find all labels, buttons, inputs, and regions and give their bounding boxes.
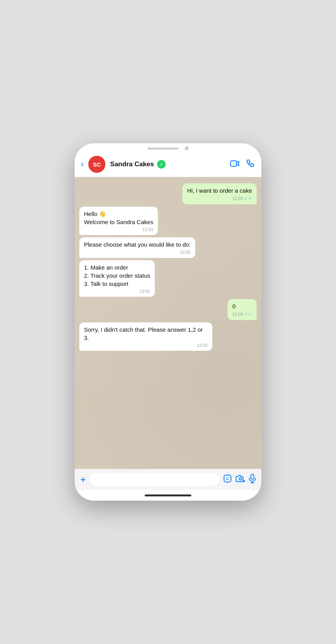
message-bubble-received: Hello 👋Welcome to Sandra Cakes 12:01: [79, 207, 158, 235]
message-text: Hi, I want to order a cake: [187, 186, 252, 195]
message-row: Hello 👋Welcome to Sandra Cakes 12:01: [79, 207, 257, 235]
camera-icon[interactable]: [236, 475, 245, 485]
voice-call-icon[interactable]: [247, 159, 255, 170]
message-time: 12:01: [232, 196, 243, 202]
message-input[interactable]: [90, 473, 219, 486]
message-bubble-sent: 0 12:02 ✓✓: [228, 299, 257, 320]
svg-rect-0: [231, 161, 236, 166]
message-input-bar: +: [75, 469, 261, 490]
message-time: 12:02: [232, 312, 243, 317]
message-ticks: ✓✓: [244, 195, 252, 202]
home-indicator: [75, 490, 261, 501]
header-actions: [230, 159, 255, 170]
message-bubble-received: 1. Make an order2. Track your order stat…: [79, 260, 155, 297]
attach-button[interactable]: +: [80, 473, 86, 486]
message-time: 12:01: [143, 227, 154, 233]
message-text: 1. Make an order2. Track your order stat…: [84, 263, 150, 288]
video-call-icon[interactable]: [230, 160, 240, 169]
message-bubble-received: Please choose what you would like to do:…: [79, 237, 195, 258]
svg-rect-5: [251, 474, 254, 479]
message-bubble-received: Sorry, I didn't catch that. Please answe…: [79, 322, 212, 351]
contact-info: Sandra Cakes ✓: [110, 160, 226, 169]
contact-avatar: SC: [88, 156, 105, 173]
message-bubble-sent: Hi, I want to order a cake 12:01 ✓✓: [182, 183, 257, 204]
notch-dot: [185, 146, 189, 150]
message-row: Please choose what you would like to do:…: [79, 237, 257, 258]
message-ticks: ✓✓: [244, 311, 252, 318]
message-text: Hello 👋Welcome to Sandra Cakes: [84, 210, 153, 226]
phone-frame: ‹ SC Sandra Cakes ✓: [75, 143, 261, 501]
message-text: Please choose what you would like to do:: [84, 240, 191, 249]
message-row: 0 12:02 ✓✓: [79, 299, 257, 320]
home-bar: [145, 494, 191, 496]
svg-point-4: [239, 478, 242, 480]
message-row: Hi, I want to order a cake 12:01 ✓✓: [79, 183, 257, 204]
contact-name: Sandra Cakes: [110, 160, 154, 168]
message-time: 12:01: [140, 289, 150, 294]
svg-rect-1: [224, 475, 231, 482]
chat-header: ‹ SC Sandra Cakes ✓: [75, 152, 261, 177]
message-row: Sorry, I didn't catch that. Please answe…: [79, 322, 257, 351]
svg-point-3: [228, 477, 229, 478]
notch-pill: [147, 148, 178, 150]
svg-point-2: [226, 477, 227, 478]
message-time: 12:02: [197, 343, 208, 348]
message-text: Sorry, I didn't catch that. Please answe…: [84, 325, 208, 342]
sticker-icon[interactable]: [223, 474, 232, 485]
back-button[interactable]: ‹: [81, 159, 84, 169]
message-text: 0: [232, 302, 252, 310]
message-time: 12:01: [180, 249, 191, 255]
microphone-icon[interactable]: [249, 474, 256, 486]
chat-area: Hi, I want to order a cake 12:01 ✓✓ Hell…: [75, 177, 261, 469]
notch-area: [75, 143, 261, 152]
verified-badge: ✓: [157, 160, 166, 169]
message-row: 1. Make an order2. Track your order stat…: [79, 260, 257, 297]
